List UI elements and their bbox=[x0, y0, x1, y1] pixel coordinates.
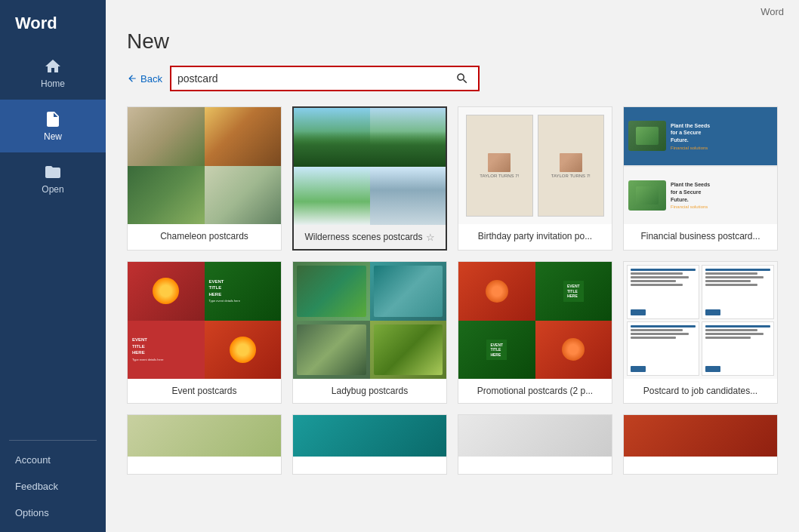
template-thumb-financial: Plant the Seedsfor a SecureFuture. Finan… bbox=[624, 107, 777, 224]
template-card-partial-2[interactable] bbox=[292, 414, 447, 475]
template-card-partial-3[interactable] bbox=[458, 414, 612, 475]
template-card-wilderness[interactable]: Wilderness scenes postcards ☆ bbox=[292, 106, 447, 251]
main-content: Word New Back bbox=[106, 0, 799, 532]
template-thumb-chameleon bbox=[128, 107, 281, 224]
search-icon bbox=[455, 72, 469, 85]
template-label-ladybug: Ladybug postcards bbox=[293, 379, 446, 403]
template-card-ladybug[interactable]: Ladybug postcards bbox=[292, 261, 447, 404]
template-thumb-partial-3 bbox=[458, 415, 612, 457]
sidebar-item-open-label: Open bbox=[42, 184, 63, 195]
search-wrapper bbox=[170, 66, 480, 91]
sidebar-item-account[interactable]: Account bbox=[0, 447, 106, 473]
app-title: Word bbox=[0, 0, 106, 47]
sidebar-item-home-label: Home bbox=[41, 78, 65, 89]
template-thumb-postcardjob bbox=[624, 262, 777, 379]
template-card-partial-1[interactable] bbox=[127, 414, 282, 475]
search-bar-container: Back bbox=[127, 66, 778, 91]
sidebar-item-new-label: New bbox=[44, 131, 62, 142]
template-thumb-ladybug bbox=[293, 262, 446, 379]
pin-icon: ☆ bbox=[426, 232, 435, 243]
new-icon bbox=[44, 110, 62, 128]
page-title: New bbox=[127, 29, 778, 54]
template-thumb-birthday: TAYLOR TURNS 7! TAYLOR TURNS 7! bbox=[458, 107, 612, 224]
template-thumb-partial-1 bbox=[128, 415, 281, 457]
sidebar: Word Home New Open Account Feedback Opti… bbox=[0, 0, 106, 532]
template-card-partial-4[interactable] bbox=[623, 414, 778, 475]
template-card-postcardjob[interactable]: Postcard to job candidates... bbox=[623, 261, 778, 404]
back-arrow-icon bbox=[127, 73, 137, 84]
template-card-promo[interactable]: EVENTTITLEHERE EVENTTITLEHERE Promotiona… bbox=[458, 261, 612, 404]
sidebar-item-options[interactable]: Options bbox=[0, 500, 106, 526]
template-thumb-partial-4 bbox=[624, 415, 777, 457]
template-card-birthday[interactable]: TAYLOR TURNS 7! TAYLOR TURNS 7! Birthday… bbox=[458, 106, 612, 251]
template-thumb-event: EVENTTITLEHEREType event details here EV… bbox=[128, 262, 281, 379]
template-label-wilderness: Wilderness scenes postcards ☆ bbox=[294, 225, 446, 249]
template-card-event[interactable]: EVENTTITLEHEREType event details here EV… bbox=[127, 261, 282, 404]
search-input[interactable] bbox=[177, 72, 452, 85]
templates-grid: Chameleon postcards Wilderness scenes po… bbox=[127, 106, 778, 404]
sidebar-bottom: Account Feedback Options bbox=[0, 447, 106, 532]
template-thumb-wilderness bbox=[294, 108, 446, 225]
template-label-event: Event postcards bbox=[128, 379, 281, 403]
template-thumb-promo: EVENTTITLEHERE EVENTTITLEHERE bbox=[458, 262, 612, 379]
home-icon bbox=[44, 57, 62, 75]
sidebar-item-new[interactable]: New bbox=[0, 100, 106, 152]
template-label-financial: Financial business postcard... bbox=[624, 224, 777, 248]
template-card-financial[interactable]: Plant the Seedsfor a SecureFuture. Finan… bbox=[623, 106, 778, 251]
templates-grid-bottom bbox=[127, 414, 778, 475]
template-label-chameleon: Chameleon postcards bbox=[128, 224, 281, 248]
open-icon bbox=[44, 163, 62, 181]
back-button[interactable]: Back bbox=[127, 73, 162, 85]
sidebar-item-open[interactable]: Open bbox=[0, 152, 106, 205]
sidebar-nav: Home New Open bbox=[0, 47, 106, 434]
template-label-postcardjob: Postcard to job candidates... bbox=[624, 379, 777, 403]
content-area: New Back bbox=[106, 17, 799, 490]
template-thumb-partial-2 bbox=[293, 415, 446, 457]
template-label-promo: Promotional postcards (2 p... bbox=[458, 379, 612, 403]
template-label-birthday: Birthday party invitation po... bbox=[458, 224, 612, 248]
sidebar-divider bbox=[9, 440, 97, 441]
fin-hands-graphic bbox=[628, 121, 666, 151]
sidebar-item-home[interactable]: Home bbox=[0, 47, 106, 100]
template-card-chameleon[interactable]: Chameleon postcards bbox=[127, 106, 282, 251]
sidebar-item-feedback[interactable]: Feedback bbox=[0, 473, 106, 500]
back-label: Back bbox=[140, 73, 162, 85]
search-button[interactable] bbox=[452, 70, 472, 87]
word-top-label: Word bbox=[106, 0, 799, 17]
